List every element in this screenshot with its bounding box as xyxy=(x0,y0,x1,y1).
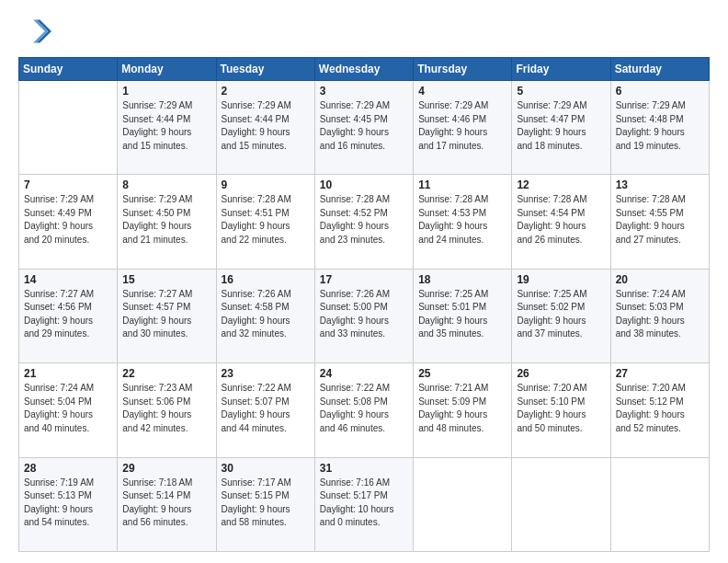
calendar-cell: 25Sunrise: 7:21 AMSunset: 5:09 PMDayligh… xyxy=(414,363,512,457)
weekday-header-monday: Monday xyxy=(118,58,216,81)
day-info: Sunrise: 7:25 AMSunset: 5:02 PMDaylight:… xyxy=(517,288,605,341)
calendar-cell: 11Sunrise: 7:28 AMSunset: 4:53 PMDayligh… xyxy=(414,175,512,269)
day-number: 14 xyxy=(24,273,112,286)
day-number: 27 xyxy=(616,367,704,380)
day-info: Sunrise: 7:27 AMSunset: 4:56 PMDaylight:… xyxy=(24,288,112,341)
weekday-header-tuesday: Tuesday xyxy=(216,58,314,81)
day-info: Sunrise: 7:29 AMSunset: 4:50 PMDaylight:… xyxy=(122,193,210,247)
day-number: 17 xyxy=(320,273,408,286)
calendar-cell: 19Sunrise: 7:25 AMSunset: 5:02 PMDayligh… xyxy=(512,269,610,362)
calendar-cell: 29Sunrise: 7:18 AMSunset: 5:14 PMDayligh… xyxy=(118,457,216,551)
day-info: Sunrise: 7:22 AMSunset: 5:08 PMDaylight:… xyxy=(320,382,408,435)
day-number: 12 xyxy=(517,178,605,191)
weekday-header-saturday: Saturday xyxy=(610,58,709,81)
calendar-cell: 5Sunrise: 7:29 AMSunset: 4:47 PMDaylight… xyxy=(512,81,610,175)
day-number: 29 xyxy=(122,462,210,475)
day-info: Sunrise: 7:29 AMSunset: 4:44 PMDaylight:… xyxy=(222,99,310,153)
day-info: Sunrise: 7:29 AMSunset: 4:49 PMDaylight:… xyxy=(24,193,112,247)
calendar-cell: 8Sunrise: 7:29 AMSunset: 4:50 PMDaylight… xyxy=(118,175,216,269)
day-number: 7 xyxy=(24,178,112,191)
calendar-cell: 30Sunrise: 7:17 AMSunset: 5:15 PMDayligh… xyxy=(216,457,314,551)
day-info: Sunrise: 7:28 AMSunset: 4:54 PMDaylight:… xyxy=(517,193,605,247)
day-info: Sunrise: 7:25 AMSunset: 5:01 PMDaylight:… xyxy=(418,288,506,341)
calendar-week-4: 21Sunrise: 7:24 AMSunset: 5:04 PMDayligh… xyxy=(19,363,710,457)
calendar-cell: 10Sunrise: 7:28 AMSunset: 4:52 PMDayligh… xyxy=(314,175,413,269)
day-number: 25 xyxy=(418,367,506,380)
day-number: 11 xyxy=(418,178,506,191)
calendar-cell: 4Sunrise: 7:29 AMSunset: 4:46 PMDaylight… xyxy=(414,81,512,175)
calendar-cell: 7Sunrise: 7:29 AMSunset: 4:49 PMDaylight… xyxy=(19,175,118,269)
calendar-cell: 14Sunrise: 7:27 AMSunset: 4:56 PMDayligh… xyxy=(19,269,118,362)
day-info: Sunrise: 7:26 AMSunset: 4:58 PMDaylight:… xyxy=(222,288,310,341)
day-number: 31 xyxy=(320,462,408,475)
day-number: 22 xyxy=(122,367,210,380)
day-number: 19 xyxy=(517,273,605,286)
day-info: Sunrise: 7:28 AMSunset: 4:55 PMDaylight:… xyxy=(616,193,704,247)
page: SundayMondayTuesdayWednesdayThursdayFrid… xyxy=(0,0,728,563)
day-info: Sunrise: 7:23 AMSunset: 5:06 PMDaylight:… xyxy=(122,382,210,435)
day-info: Sunrise: 7:28 AMSunset: 4:51 PMDaylight:… xyxy=(222,193,310,247)
calendar-cell: 2Sunrise: 7:29 AMSunset: 4:44 PMDaylight… xyxy=(216,81,314,175)
day-number: 15 xyxy=(122,273,210,286)
weekday-header-sunday: Sunday xyxy=(19,58,118,81)
calendar-cell: 16Sunrise: 7:26 AMSunset: 4:58 PMDayligh… xyxy=(216,269,314,362)
calendar-cell: 1Sunrise: 7:29 AMSunset: 4:44 PMDaylight… xyxy=(118,81,216,175)
weekday-header-wednesday: Wednesday xyxy=(314,58,413,81)
calendar-week-2: 7Sunrise: 7:29 AMSunset: 4:49 PMDaylight… xyxy=(19,175,710,269)
calendar-cell: 3Sunrise: 7:29 AMSunset: 4:45 PMDaylight… xyxy=(314,81,413,175)
calendar-cell: 12Sunrise: 7:28 AMSunset: 4:54 PMDayligh… xyxy=(512,175,610,269)
day-info: Sunrise: 7:18 AMSunset: 5:14 PMDaylight:… xyxy=(122,477,210,530)
calendar-cell: 24Sunrise: 7:22 AMSunset: 5:08 PMDayligh… xyxy=(314,363,413,457)
day-number: 28 xyxy=(24,462,112,475)
day-number: 24 xyxy=(320,367,408,380)
calendar-week-1: 1Sunrise: 7:29 AMSunset: 4:44 PMDaylight… xyxy=(19,81,710,175)
day-number: 8 xyxy=(122,178,210,191)
day-info: Sunrise: 7:26 AMSunset: 5:00 PMDaylight:… xyxy=(320,288,408,341)
calendar-cell: 31Sunrise: 7:16 AMSunset: 5:17 PMDayligh… xyxy=(314,457,413,551)
calendar-cell: 23Sunrise: 7:22 AMSunset: 5:07 PMDayligh… xyxy=(216,363,314,457)
day-number: 16 xyxy=(222,273,310,286)
calendar-cell: 28Sunrise: 7:19 AMSunset: 5:13 PMDayligh… xyxy=(19,457,118,551)
weekday-header-friday: Friday xyxy=(512,58,610,81)
calendar-cell: 18Sunrise: 7:25 AMSunset: 5:01 PMDayligh… xyxy=(414,269,512,362)
day-number: 18 xyxy=(418,273,506,286)
weekday-header-row: SundayMondayTuesdayWednesdayThursdayFrid… xyxy=(19,58,710,81)
day-number: 20 xyxy=(616,273,704,286)
day-info: Sunrise: 7:20 AMSunset: 5:12 PMDaylight:… xyxy=(616,382,704,435)
calendar-cell: 6Sunrise: 7:29 AMSunset: 4:48 PMDaylight… xyxy=(610,81,709,175)
day-info: Sunrise: 7:19 AMSunset: 5:13 PMDaylight:… xyxy=(24,477,112,530)
calendar-cell xyxy=(19,81,118,175)
calendar-cell: 26Sunrise: 7:20 AMSunset: 5:10 PMDayligh… xyxy=(512,363,610,457)
calendar-cell: 27Sunrise: 7:20 AMSunset: 5:12 PMDayligh… xyxy=(610,363,709,457)
day-info: Sunrise: 7:22 AMSunset: 5:07 PMDaylight:… xyxy=(222,382,310,435)
day-info: Sunrise: 7:21 AMSunset: 5:09 PMDaylight:… xyxy=(418,382,506,435)
day-info: Sunrise: 7:28 AMSunset: 4:52 PMDaylight:… xyxy=(320,193,408,247)
calendar-cell: 15Sunrise: 7:27 AMSunset: 4:57 PMDayligh… xyxy=(118,269,216,362)
day-info: Sunrise: 7:20 AMSunset: 5:10 PMDaylight:… xyxy=(517,382,605,435)
calendar-table: SundayMondayTuesdayWednesdayThursdayFrid… xyxy=(18,57,710,552)
day-number: 6 xyxy=(616,85,704,98)
calendar-cell xyxy=(512,457,610,551)
day-number: 1 xyxy=(122,85,210,98)
day-info: Sunrise: 7:16 AMSunset: 5:17 PMDaylight:… xyxy=(320,477,408,530)
day-number: 26 xyxy=(517,367,605,380)
calendar-cell xyxy=(414,457,512,551)
weekday-header-thursday: Thursday xyxy=(414,58,512,81)
day-info: Sunrise: 7:24 AMSunset: 5:04 PMDaylight:… xyxy=(24,382,112,435)
calendar-week-3: 14Sunrise: 7:27 AMSunset: 4:56 PMDayligh… xyxy=(19,269,710,362)
calendar-cell: 21Sunrise: 7:24 AMSunset: 5:04 PMDayligh… xyxy=(19,363,118,457)
calendar-cell xyxy=(610,457,709,551)
day-number: 30 xyxy=(222,462,310,475)
day-info: Sunrise: 7:29 AMSunset: 4:45 PMDaylight:… xyxy=(320,99,408,153)
day-info: Sunrise: 7:29 AMSunset: 4:47 PMDaylight:… xyxy=(517,99,605,153)
day-info: Sunrise: 7:24 AMSunset: 5:03 PMDaylight:… xyxy=(616,288,704,341)
day-number: 4 xyxy=(418,85,506,98)
calendar-cell: 22Sunrise: 7:23 AMSunset: 5:06 PMDayligh… xyxy=(118,363,216,457)
calendar-cell: 13Sunrise: 7:28 AMSunset: 4:55 PMDayligh… xyxy=(610,175,709,269)
calendar-cell: 17Sunrise: 7:26 AMSunset: 5:00 PMDayligh… xyxy=(314,269,413,362)
day-number: 13 xyxy=(616,178,704,191)
calendar-cell: 20Sunrise: 7:24 AMSunset: 5:03 PMDayligh… xyxy=(610,269,709,362)
day-info: Sunrise: 7:27 AMSunset: 4:57 PMDaylight:… xyxy=(122,288,210,341)
day-number: 3 xyxy=(320,85,408,98)
day-number: 23 xyxy=(222,367,310,380)
